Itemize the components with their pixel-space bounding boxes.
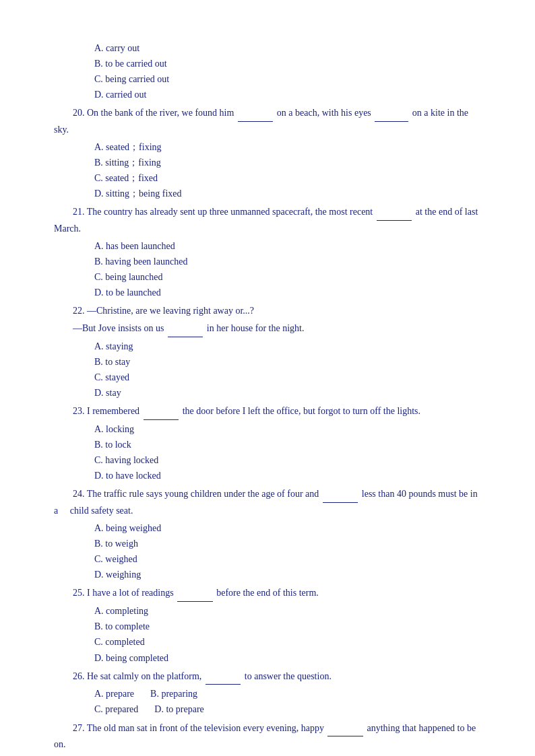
option-a: A. carry out xyxy=(94,40,481,56)
q21-text: 21. The country has already sent up thre… xyxy=(54,204,481,237)
q27-blank xyxy=(327,720,363,737)
q22-option-b: B. to stay xyxy=(94,354,481,370)
q21-option-d: D. to be launched xyxy=(94,285,481,300)
q23-text: 23. I remembered the door before I left … xyxy=(54,403,481,420)
q22-blank xyxy=(168,320,203,337)
q20-option-c: C. seated；fixed xyxy=(94,170,481,186)
q21-option-c: C. being launched xyxy=(94,269,481,285)
q25-option-c: C. completed xyxy=(94,634,481,650)
q26-option-row1: A. prepare B. preparing xyxy=(94,686,481,701)
q25-block: 25. I have a lot of readings before the … xyxy=(54,585,481,665)
q22-option-a: A. staying xyxy=(94,339,481,354)
q23-option-c: C. having locked xyxy=(94,452,481,468)
q20-text: 20. On the bank of the river, we found h… xyxy=(54,105,481,138)
q26-block: 26. He sat calmly on the platform, to an… xyxy=(54,668,481,718)
q20-option-b: B. sitting；fixing xyxy=(94,155,481,170)
q25-blank xyxy=(177,585,213,602)
q27-block: 27. The old man sat in front of the tele… xyxy=(54,720,481,756)
q24-option-a: A. being weighed xyxy=(94,520,481,536)
q20-blank2 xyxy=(375,105,408,122)
q26-option-d: D. to prepare xyxy=(154,701,203,717)
q23-option-a: A. locking xyxy=(94,421,481,437)
q21-option-a: A. has been launched xyxy=(94,238,481,254)
q24-option-d: D. weighing xyxy=(94,567,481,582)
q21-option-b: B. having been launched xyxy=(94,254,481,269)
q24-text: 24. The traffic rule says young children… xyxy=(54,486,481,519)
q19-options: A. carry out B. to be carried out C. bei… xyxy=(54,40,481,102)
q24-option-c: C. weighed xyxy=(94,551,481,567)
q25-option-a: A. completing xyxy=(94,603,481,619)
q22-block: 22. —Christine, are we leaving right awa… xyxy=(54,303,481,401)
q22-text1: 22. —Christine, are we leaving right awa… xyxy=(54,303,481,319)
q23-option-d: D. to have locked xyxy=(94,468,481,483)
q26-text: 26. He sat calmly on the platform, to an… xyxy=(54,668,481,685)
option-c: C. being carried out xyxy=(94,71,481,87)
q22-option-c: C. stayed xyxy=(94,370,481,385)
q26-option-row2: C. prepared D. to prepare xyxy=(94,701,481,717)
q21-blank xyxy=(377,204,412,221)
q25-option-b: B. to complete xyxy=(94,619,481,634)
q24-blank xyxy=(323,486,358,503)
option-b: B. to be carried out xyxy=(94,56,481,71)
q26-option-a: A. prepare xyxy=(94,686,134,701)
q27-text: 27. The old man sat in front of the tele… xyxy=(54,720,481,753)
option-d: D. carried out xyxy=(94,87,481,102)
q24-block: 24. The traffic rule says young children… xyxy=(54,486,481,582)
q20-option-d: D. sitting；being fixed xyxy=(94,186,481,201)
q25-text: 25. I have a lot of readings before the … xyxy=(54,585,481,602)
q21-block: 21. The country has already sent up thre… xyxy=(54,204,481,300)
q23-blank xyxy=(144,403,179,420)
q26-blank xyxy=(206,668,241,685)
q20-option-a: A. seated；fixing xyxy=(94,139,481,155)
q22-text2: —But Jove insists on us in her house for… xyxy=(54,320,481,337)
q26-option-c: C. prepared xyxy=(94,701,138,717)
q23-option-b: B. to lock xyxy=(94,437,481,452)
q22-option-d: D. stay xyxy=(94,385,481,401)
q25-option-d: D. being completed xyxy=(94,650,481,666)
q24-option-b: B. to weigh xyxy=(94,536,481,551)
q20-block: 20. On the bank of the river, we found h… xyxy=(54,105,481,201)
q20-blank1 xyxy=(238,105,274,122)
q23-block: 23. I remembered the door before I left … xyxy=(54,403,481,483)
q26-option-b: B. preparing xyxy=(150,686,197,701)
exam-content: A. carry out B. to be carried out C. bei… xyxy=(54,40,481,756)
